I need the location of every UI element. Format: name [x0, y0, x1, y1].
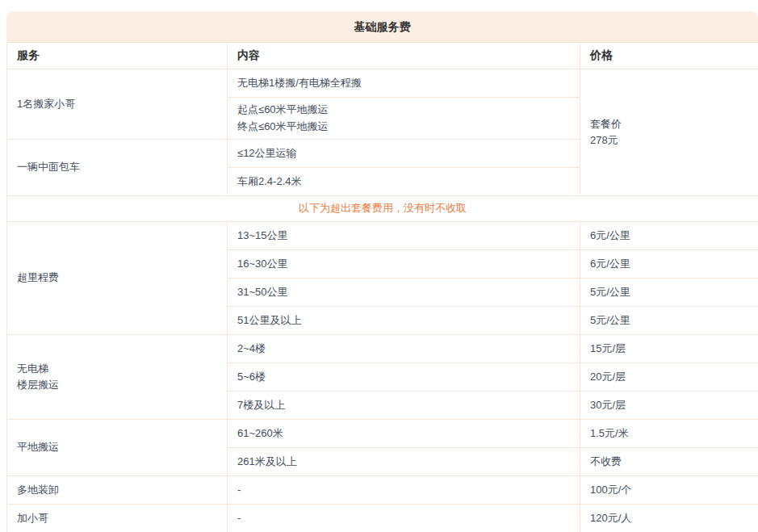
content-cell: ≤12公里运输	[228, 140, 580, 168]
content-cell: 起点≤60米平地搬运 终点≤60米平地搬运	[228, 98, 580, 140]
service-cell-mover: 1名搬家小哥	[7, 69, 228, 140]
column-header-row: 服务 内容 价格	[7, 43, 758, 69]
content-cell: 2~4楼	[228, 335, 580, 363]
content-cell: -	[228, 505, 580, 532]
price-cell: 30元/层	[580, 392, 758, 420]
content-cell: 无电梯1楼搬/有电梯全程搬	[228, 69, 580, 98]
notice-text: 以下为超出套餐费用，没有时不收取	[7, 196, 758, 222]
price-cell: 100元/个	[580, 476, 758, 505]
price-cell: 6元/公里	[580, 250, 758, 279]
content-cell: 7楼及以上	[228, 392, 580, 420]
table-row: 平地搬运 61~260米 1.5元/米	[7, 420, 758, 448]
content-cell: 16~30公里	[228, 250, 580, 279]
service-cell-flat: 平地搬运	[7, 420, 228, 476]
service-cell-stairs: 无电梯 楼层搬运	[7, 335, 228, 420]
price-cell: 不收费	[580, 448, 758, 476]
price-cell: 15元/层	[580, 335, 758, 363]
price-cell: 1.5元/米	[580, 420, 758, 448]
service-cell-multi: 多地装卸	[7, 476, 228, 505]
table-row: 无电梯 楼层搬运 2~4楼 15元/层	[7, 335, 758, 363]
table-row: 1名搬家小哥 无电梯1楼搬/有电梯全程搬 套餐价 278元	[7, 69, 758, 98]
content-cell: 13~15公里	[228, 222, 580, 250]
pricing-card: 基础服务费 服务 内容 价格 1名搬家小哥 无电梯1楼搬/有电梯全程搬 套餐价 …	[6, 11, 758, 532]
content-cell: 车厢2.4-2.4米	[228, 168, 580, 196]
pricing-table: 服务 内容 价格 1名搬家小哥 无电梯1楼搬/有电梯全程搬 套餐价 278元 起…	[6, 42, 758, 532]
price-cell: 120元/人	[580, 505, 758, 532]
notice-row: 以下为超出套餐费用，没有时不收取	[7, 196, 758, 222]
price-cell: 6元/公里	[580, 222, 758, 250]
price-cell: 5元/公里	[580, 307, 758, 335]
service-cell-van: 一辆中面包车	[7, 140, 228, 196]
content-cell: 31~50公里	[228, 279, 580, 307]
content-cell: 5~6楼	[228, 363, 580, 392]
content-cell: 51公里及以上	[228, 307, 580, 335]
table-row: 加小哥 - 120元/人	[7, 505, 758, 532]
content-cell: 261米及以上	[228, 448, 580, 476]
table-title: 基础服务费	[6, 11, 758, 42]
price-cell-package: 套餐价 278元	[580, 69, 758, 196]
column-header-price: 价格	[580, 43, 758, 69]
column-header-service: 服务	[7, 43, 228, 69]
content-cell: -	[228, 476, 580, 505]
table-row: 多地装卸 - 100元/个	[7, 476, 758, 505]
price-cell: 20元/层	[580, 363, 758, 392]
service-cell-extra-mover: 加小哥	[7, 505, 228, 532]
service-cell-mileage: 超里程费	[7, 222, 228, 335]
price-cell: 5元/公里	[580, 279, 758, 307]
column-header-content: 内容	[228, 43, 580, 69]
table-row: 超里程费 13~15公里 6元/公里	[7, 222, 758, 250]
content-cell: 61~260米	[228, 420, 580, 448]
